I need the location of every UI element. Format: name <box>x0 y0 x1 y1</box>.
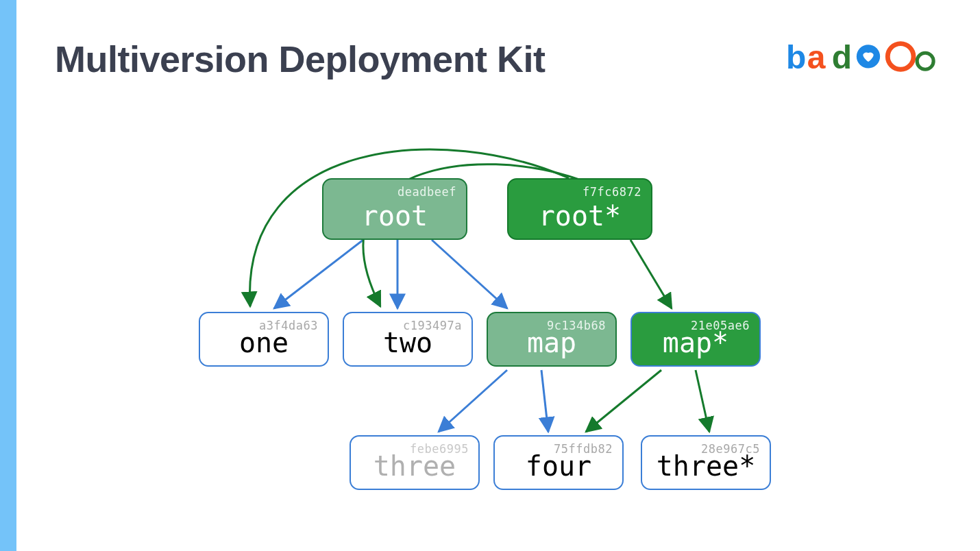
node-label: three* <box>642 450 770 482</box>
node-three: febe6995 three <box>350 435 480 490</box>
node-label: one <box>200 327 328 358</box>
edge-map-three <box>439 370 507 432</box>
node-label: four <box>495 450 622 482</box>
edge-root-one <box>274 240 363 308</box>
edge-rootstar-mapstar <box>630 240 672 308</box>
node-label: three <box>351 450 478 482</box>
node-root-star: f7fc6872 root* <box>507 178 652 240</box>
node-map: 9c134b68 map <box>487 312 617 367</box>
node-map-star: 21e05ae6 map* <box>630 312 761 367</box>
edge-root-map <box>432 240 507 308</box>
node-four: 75ffdb82 four <box>493 435 624 490</box>
edge-map-four <box>541 370 548 432</box>
node-two: c193497a two <box>343 312 473 367</box>
node-label: map <box>488 327 615 358</box>
edge-mapstar-threestar <box>696 370 709 432</box>
node-label: two <box>344 327 471 358</box>
node-label: map* <box>632 327 759 358</box>
node-three-star: 28e967c5 three* <box>641 435 771 490</box>
diagram-arrows <box>0 0 980 551</box>
node-label: root <box>323 200 466 232</box>
node-root: deadbeef root <box>322 178 467 240</box>
node-one: a3f4da63 one <box>199 312 329 367</box>
node-hash: deadbeef <box>397 185 456 199</box>
node-hash: f7fc6872 <box>583 185 641 199</box>
node-label: root* <box>509 200 651 232</box>
edge-mapstar-four <box>586 370 661 432</box>
